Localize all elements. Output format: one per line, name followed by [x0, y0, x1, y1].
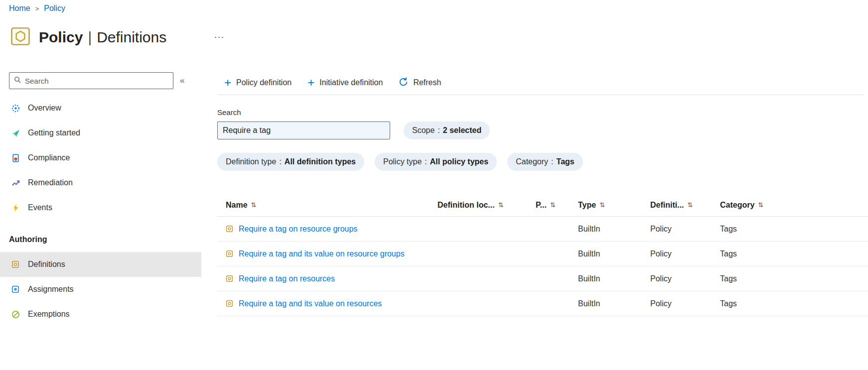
sidebar-item-remediation[interactable]: Remediation: [0, 170, 201, 195]
sidebar-item-getting-started[interactable]: Getting started: [0, 121, 201, 145]
name-cell: Require a tag and its value on resources: [217, 299, 437, 308]
table-row: Require a tag on resource groups BuiltIn…: [217, 217, 868, 242]
plus-icon: +: [307, 78, 314, 87]
category-filter-pill[interactable]: Category : Tags: [507, 153, 583, 171]
pill-value: All policy types: [430, 157, 488, 166]
column-header-name[interactable]: Name ⇅: [217, 201, 437, 210]
sidebar-item-label: Assignments: [28, 285, 74, 294]
breadcrumb-policy-link[interactable]: Policy: [44, 4, 65, 13]
pill-separator: :: [551, 157, 553, 166]
overview-icon: [11, 104, 20, 113]
getting-started-icon: [11, 128, 20, 137]
table-row: Require a tag on resources BuiltIn Polic…: [217, 266, 868, 291]
category-cell: Tags: [720, 249, 868, 258]
policy-icon: [10, 26, 31, 49]
pill-separator: :: [437, 126, 439, 135]
column-header-policies[interactable]: P... ⇅: [536, 201, 578, 210]
filter-controls-row: Scope : 2 selected: [217, 122, 868, 139]
assignments-icon: [11, 285, 20, 294]
type-cell: BuiltIn: [578, 225, 650, 234]
sort-icon: ⇅: [550, 201, 556, 209]
column-header-definition-type[interactable]: Definiti... ⇅: [650, 201, 720, 210]
sidebar-item-label: Overview: [28, 104, 61, 113]
column-header-type[interactable]: Type ⇅: [578, 201, 650, 210]
column-header-category[interactable]: Category ⇅: [720, 201, 868, 210]
definition-type-filter-pill[interactable]: Definition type : All definition types: [217, 153, 364, 171]
compliance-icon: [11, 153, 20, 162]
more-options-button[interactable]: ...: [214, 30, 225, 40]
definition-name-link[interactable]: Require a tag on resources: [239, 274, 335, 283]
initiative-definition-button[interactable]: + Initiative definition: [307, 78, 383, 87]
sidebar-section-authoring: Authoring: [0, 227, 201, 252]
page-title-divider: |: [88, 29, 92, 46]
definition-type-cell: Policy: [650, 299, 720, 308]
category-cell: Tags: [720, 225, 868, 234]
sidebar-search-box[interactable]: [9, 72, 173, 89]
sort-icon: ⇅: [498, 201, 504, 209]
type-cell: BuiltIn: [578, 274, 650, 283]
refresh-button[interactable]: Refresh: [399, 77, 441, 89]
sidebar: « Overview Getting started Compliance: [0, 72, 201, 327]
category-cell: Tags: [720, 274, 868, 283]
remediation-icon: [11, 178, 20, 187]
pill-value: 2 selected: [443, 126, 481, 135]
column-header-definition-location[interactable]: Definition loc... ⇅: [437, 201, 536, 210]
plus-icon: +: [224, 78, 231, 87]
chevron-right-icon: >: [35, 5, 39, 12]
page-title: Policy | Definitions: [39, 29, 166, 46]
sidebar-item-label: Getting started: [28, 128, 80, 137]
pill-name: Category: [516, 157, 548, 166]
type-cell: BuiltIn: [578, 249, 650, 258]
column-label: Definiti...: [650, 201, 684, 210]
pill-value: Tags: [557, 157, 575, 166]
policy-definition-icon: [226, 225, 233, 233]
scope-filter-pill[interactable]: Scope : 2 selected: [404, 122, 490, 139]
column-label: Category: [720, 201, 754, 210]
breadcrumb-home-link[interactable]: Home: [9, 4, 30, 13]
pill-value: All definition types: [285, 157, 356, 166]
sidebar-item-overview[interactable]: Overview: [0, 96, 201, 121]
sidebar-item-events[interactable]: Events: [0, 195, 201, 220]
definition-name-link[interactable]: Require a tag and its value on resource …: [239, 249, 405, 258]
definition-type-cell: Policy: [650, 225, 720, 234]
sidebar-item-exemptions[interactable]: Exemptions: [0, 302, 201, 327]
sidebar-search-input[interactable]: [25, 77, 168, 85]
table-header: Name ⇅ Definition loc... ⇅ P... ⇅ Type ⇅…: [217, 194, 868, 217]
search-filter-label: Search: [217, 108, 868, 117]
pill-separator: :: [279, 157, 281, 166]
sidebar-search-row: «: [0, 72, 201, 89]
column-label: Type: [578, 201, 596, 210]
policy-type-filter-pill[interactable]: Policy type : All policy types: [375, 153, 497, 171]
definition-name-link[interactable]: Require a tag and its value on resources: [239, 299, 382, 308]
sidebar-item-label: Remediation: [28, 178, 73, 187]
filter-pills-row: Definition type : All definition types P…: [217, 153, 868, 171]
policy-definition-label: Policy definition: [236, 78, 291, 87]
policy-definition-icon: [226, 275, 233, 282]
page-title-primary: Policy: [39, 29, 83, 46]
definitions-icon: [11, 260, 20, 269]
policy-definition-icon: [226, 300, 233, 307]
column-label: Definition loc...: [437, 201, 495, 210]
pill-separator: :: [425, 157, 427, 166]
column-label: Name: [226, 201, 248, 210]
table-row: Require a tag and its value on resources…: [217, 291, 868, 316]
sort-icon: ⇅: [758, 201, 763, 209]
sidebar-item-assignments[interactable]: Assignments: [0, 277, 201, 302]
pill-name: Policy type: [383, 157, 422, 166]
policy-definition-button[interactable]: + Policy definition: [224, 78, 291, 87]
breadcrumb: Home > Policy: [9, 4, 65, 13]
sidebar-section-label: Authoring: [9, 235, 47, 244]
sidebar-item-label: Compliance: [28, 153, 70, 162]
page-title-secondary: Definitions: [97, 29, 166, 46]
sidebar-item-definitions[interactable]: Definitions: [0, 252, 201, 277]
sidebar-item-label: Exemptions: [28, 310, 70, 319]
collapse-sidebar-icon[interactable]: «: [180, 76, 184, 86]
definition-type-cell: Policy: [650, 249, 720, 258]
definitions-search-input[interactable]: [217, 122, 390, 139]
sidebar-item-label: Definitions: [28, 260, 65, 269]
sidebar-item-compliance[interactable]: Compliance: [0, 145, 201, 170]
toolbar: + Policy definition + Initiative definit…: [217, 73, 868, 92]
pill-name: Definition type: [226, 157, 276, 166]
definition-name-link[interactable]: Require a tag on resource groups: [239, 225, 357, 234]
events-icon: [11, 203, 20, 212]
